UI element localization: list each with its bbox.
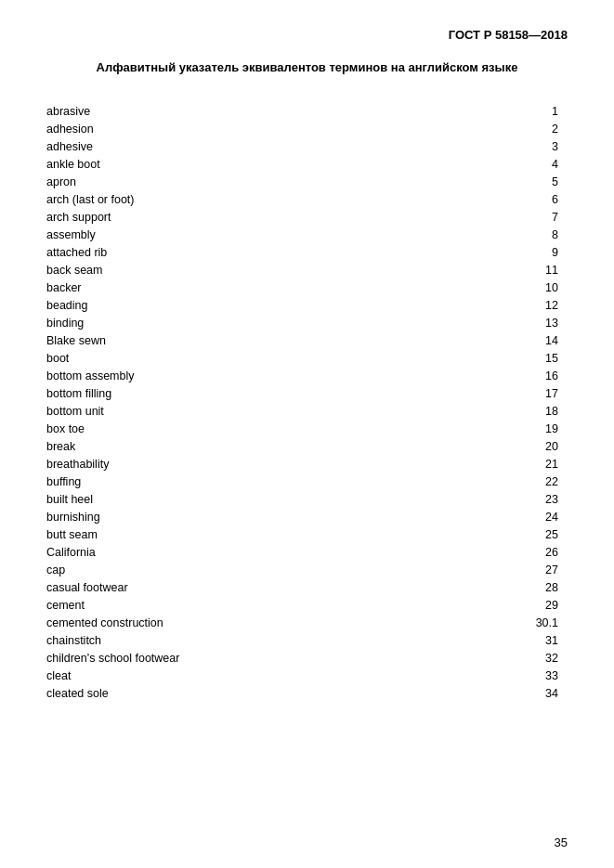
term-cell: assembly — [46, 226, 412, 243]
table-row: attached rib9 — [46, 243, 568, 261]
term-cell: arch support — [46, 208, 412, 226]
term-cell: binding — [46, 314, 412, 331]
term-cell: backer — [46, 279, 412, 296]
table-row: bottom assembly16 — [46, 367, 568, 384]
term-cell: box toe — [46, 420, 412, 437]
term-cell: bottom unit — [46, 402, 412, 420]
number-cell: 23 — [412, 490, 568, 508]
number-cell: 33 — [412, 667, 568, 684]
table-row: built heel23 — [46, 490, 568, 508]
number-cell: 30.1 — [412, 614, 568, 631]
table-row: arch (last or foot)6 — [46, 190, 568, 208]
term-cell: attached rib — [46, 243, 412, 261]
page-title: Алфавитный указатель эквивалентов термин… — [46, 60, 568, 74]
term-cell: apron — [46, 173, 412, 190]
number-cell: 32 — [412, 649, 568, 667]
number-cell: 22 — [412, 473, 568, 490]
number-cell: 20 — [412, 437, 568, 455]
term-cell: burnishing — [46, 508, 412, 525]
table-row: assembly8 — [46, 226, 568, 243]
term-cell: arch (last or foot) — [46, 190, 412, 208]
table-row: bottom unit18 — [46, 402, 568, 420]
term-cell: cap — [46, 561, 412, 578]
table-row: casual footwear28 — [46, 578, 568, 596]
term-cell: buffing — [46, 473, 412, 490]
table-row: chainstitch31 — [46, 631, 568, 649]
number-cell: 17 — [412, 384, 568, 402]
number-cell: 26 — [412, 543, 568, 561]
footer-page-number: 35 — [555, 836, 568, 849]
term-cell: cleat — [46, 667, 412, 684]
term-cell: Blake sewn — [46, 331, 412, 349]
number-cell: 25 — [412, 525, 568, 543]
number-cell: 27 — [412, 561, 568, 578]
table-row: butt seam25 — [46, 525, 568, 543]
table-row: backer10 — [46, 279, 568, 296]
table-row: ankle boot4 — [46, 155, 568, 173]
table-row: arch support7 — [46, 208, 568, 226]
term-cell: back seam — [46, 261, 412, 279]
table-row: back seam11 — [46, 261, 568, 279]
number-cell: 2 — [412, 120, 568, 137]
number-cell: 34 — [412, 684, 568, 702]
number-cell: 31 — [412, 631, 568, 649]
table-row: burnishing24 — [46, 508, 568, 525]
table-row: cleated sole34 — [46, 684, 568, 702]
number-cell: 19 — [412, 420, 568, 437]
number-cell: 9 — [412, 243, 568, 261]
number-cell: 1 — [412, 102, 568, 120]
term-cell: cemented construction — [46, 614, 412, 631]
table-row: boot15 — [46, 349, 568, 367]
gost-header: ГОСТ Р 58158—2018 — [46, 28, 568, 42]
term-cell: bottom filling — [46, 384, 412, 402]
number-cell: 14 — [412, 331, 568, 349]
number-cell: 5 — [412, 173, 568, 190]
number-cell: 8 — [412, 226, 568, 243]
page: ГОСТ Р 58158—2018 Алфавитный указатель э… — [0, 0, 614, 868]
table-row: adhesive3 — [46, 137, 568, 155]
term-cell: abrasive — [46, 102, 412, 120]
table-row: break20 — [46, 437, 568, 455]
table-row: cement29 — [46, 596, 568, 614]
number-cell: 28 — [412, 578, 568, 596]
number-cell: 12 — [412, 296, 568, 314]
term-cell: adhesive — [46, 137, 412, 155]
term-cell: children's school footwear — [46, 649, 412, 667]
table-row: cemented construction30.1 — [46, 614, 568, 631]
term-cell: casual footwear — [46, 578, 412, 596]
term-cell: break — [46, 437, 412, 455]
number-cell: 16 — [412, 367, 568, 384]
number-cell: 3 — [412, 137, 568, 155]
number-cell: 10 — [412, 279, 568, 296]
table-row: breathability21 — [46, 455, 568, 473]
number-cell: 7 — [412, 208, 568, 226]
term-cell: cleated sole — [46, 684, 412, 702]
table-row: abrasive1 — [46, 102, 568, 120]
number-cell: 15 — [412, 349, 568, 367]
table-row: bottom filling17 — [46, 384, 568, 402]
term-cell: adhesion — [46, 120, 412, 137]
number-cell: 11 — [412, 261, 568, 279]
term-cell: beading — [46, 296, 412, 314]
number-cell: 13 — [412, 314, 568, 331]
table-row: box toe19 — [46, 420, 568, 437]
table-row: cleat33 — [46, 667, 568, 684]
term-cell: built heel — [46, 490, 412, 508]
table-row: apron5 — [46, 173, 568, 190]
number-cell: 21 — [412, 455, 568, 473]
table-row: binding13 — [46, 314, 568, 331]
table-row: beading12 — [46, 296, 568, 314]
number-cell: 24 — [412, 508, 568, 525]
index-table: abrasive1adhesion2adhesive3ankle boot4ap… — [46, 102, 568, 702]
table-row: Blake sewn14 — [46, 331, 568, 349]
number-cell: 4 — [412, 155, 568, 173]
number-cell: 29 — [412, 596, 568, 614]
term-cell: butt seam — [46, 525, 412, 543]
table-row: buffing22 — [46, 473, 568, 490]
term-cell: ankle boot — [46, 155, 412, 173]
table-row: California26 — [46, 543, 568, 561]
term-cell: cement — [46, 596, 412, 614]
term-cell: breathability — [46, 455, 412, 473]
table-row: cap27 — [46, 561, 568, 578]
table-row: adhesion2 — [46, 120, 568, 137]
